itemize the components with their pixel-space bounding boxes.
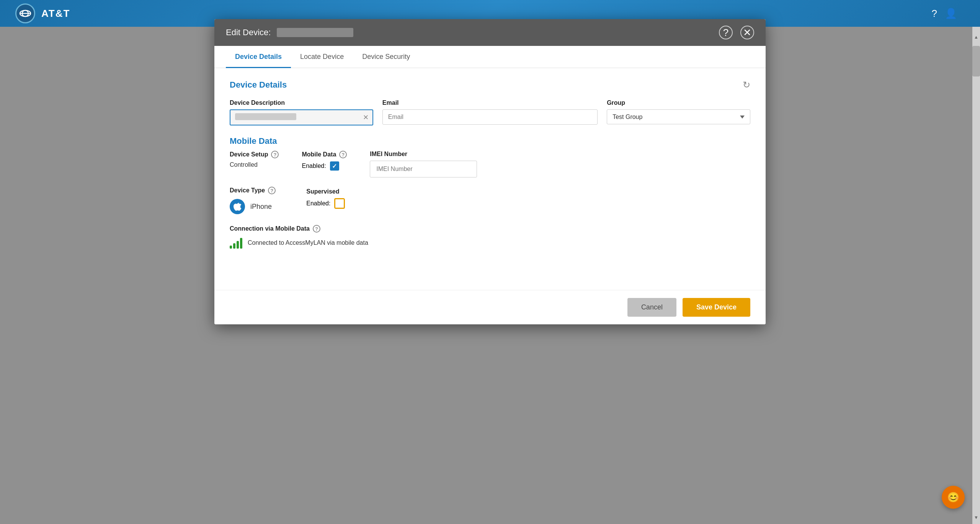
modal-title-device-name bbox=[277, 28, 353, 37]
mobile-data-help-icon[interactable]: ? bbox=[339, 151, 347, 158]
imei-group: IMEI Number bbox=[370, 151, 477, 177]
header-icons: ? 👤 bbox=[932, 8, 957, 20]
device-type-group: Device Type ? iPhone bbox=[230, 187, 276, 214]
save-device-button[interactable]: Save Device bbox=[683, 298, 750, 317]
device-type-section: Device Type ? iPhone Supervised En bbox=[230, 187, 750, 214]
device-details-title: Device Details bbox=[230, 80, 287, 90]
email-group: Email bbox=[382, 99, 598, 125]
supervised-checkbox[interactable] bbox=[334, 198, 345, 209]
supervised-enabled-label: Enabled: bbox=[306, 200, 330, 207]
edit-device-modal: Edit Device: ? ✕ Device Details Locate D… bbox=[214, 19, 766, 324]
mobile-data-fields: Device Setup ? Controlled Mobile Data ? … bbox=[230, 151, 750, 177]
connection-label: Connection via Mobile Data ? bbox=[230, 225, 750, 233]
modal-tabs: Device Details Locate Device Device Secu… bbox=[214, 46, 766, 68]
email-input[interactable] bbox=[382, 109, 598, 125]
device-description-wrapper: ✕ bbox=[230, 109, 373, 125]
device-setup-label: Device Setup ? bbox=[230, 151, 279, 158]
scrollbar-thumb[interactable] bbox=[972, 46, 980, 76]
cancel-button[interactable]: Cancel bbox=[627, 298, 676, 317]
mobile-data-enabled-label: Enabled: bbox=[302, 163, 326, 169]
mobile-data-enabled-row: Enabled: bbox=[302, 161, 347, 171]
modal-title: Edit Device: bbox=[226, 28, 353, 37]
att-logo: AT&T bbox=[15, 3, 70, 23]
chat-icon: 😊 bbox=[947, 491, 959, 503]
refresh-button[interactable]: ↻ bbox=[743, 80, 750, 90]
device-type-help-icon[interactable]: ? bbox=[268, 187, 276, 194]
device-description-label: Device Description bbox=[230, 99, 373, 106]
device-description-group: Device Description ✕ bbox=[230, 99, 373, 125]
connection-text: Connected to AccessMyLAN via mobile data bbox=[248, 239, 368, 246]
connection-section: Connection via Mobile Data ? Connected t… bbox=[230, 225, 750, 249]
device-setup-group: Device Setup ? Controlled bbox=[230, 151, 279, 168]
att-logo-text: AT&T bbox=[41, 8, 70, 20]
device-setup-value: Controlled bbox=[230, 161, 279, 168]
group-group: Group Test Group Group A Group B bbox=[607, 99, 750, 124]
modal-title-prefix: Edit Device: bbox=[226, 28, 271, 37]
scroll-up[interactable]: ▲ bbox=[973, 34, 979, 40]
header-user-icon[interactable]: 👤 bbox=[945, 8, 957, 20]
modal-close-button[interactable]: ✕ bbox=[740, 26, 754, 39]
scroll-down[interactable]: ▼ bbox=[973, 515, 979, 520]
imei-input[interactable] bbox=[370, 161, 477, 177]
tab-device-security[interactable]: Device Security bbox=[353, 46, 419, 68]
device-name-label: iPhone bbox=[250, 203, 272, 211]
mobile-data-checkbox[interactable] bbox=[330, 161, 339, 171]
device-icon-row: iPhone bbox=[230, 199, 276, 214]
header-help-icon[interactable]: ? bbox=[932, 8, 937, 20]
connection-help-icon[interactable]: ? bbox=[313, 225, 320, 233]
mobile-data-title: Mobile Data bbox=[230, 136, 277, 146]
mobile-data-section: Mobile Data Device Setup ? Controlled Mo… bbox=[230, 136, 750, 177]
modal-header-actions: ? ✕ bbox=[719, 26, 754, 39]
att-logo-circle bbox=[15, 3, 35, 23]
device-type-label: Device Type ? bbox=[230, 187, 276, 194]
modal-help-button[interactable]: ? bbox=[719, 26, 733, 39]
imei-label: IMEI Number bbox=[370, 151, 477, 158]
modal-footer: Cancel Save Device bbox=[214, 290, 766, 324]
device-details-header: Device Details ↻ bbox=[230, 80, 750, 90]
email-label: Email bbox=[382, 99, 598, 106]
scrollbar[interactable]: ▲ ▼ bbox=[972, 27, 980, 524]
mobile-data-enabled-group: Mobile Data ? Enabled: bbox=[302, 151, 347, 171]
chat-button[interactable]: 😊 bbox=[942, 486, 965, 509]
apple-device-icon bbox=[230, 199, 245, 214]
device-description-clear-icon[interactable]: ✕ bbox=[363, 113, 369, 122]
signal-icon bbox=[230, 237, 242, 249]
supervised-group: Supervised Enabled: bbox=[306, 188, 345, 209]
device-description-input[interactable] bbox=[230, 109, 373, 125]
supervised-label: Supervised bbox=[306, 188, 345, 195]
modal-body: Device Details ↻ Device Description ✕ Em… bbox=[214, 68, 766, 290]
tab-device-details[interactable]: Device Details bbox=[226, 46, 291, 68]
supervised-enabled-row: Enabled: bbox=[306, 198, 345, 209]
mobile-data-label: Mobile Data ? bbox=[302, 151, 347, 158]
device-description-row: Device Description ✕ Email Group Test Gr… bbox=[230, 99, 750, 125]
group-select[interactable]: Test Group Group A Group B bbox=[607, 109, 750, 124]
device-setup-help-icon[interactable]: ? bbox=[271, 151, 279, 158]
connection-row: Connected to AccessMyLAN via mobile data bbox=[230, 237, 750, 249]
group-label: Group bbox=[607, 99, 750, 106]
modal-header: Edit Device: ? ✕ bbox=[214, 19, 766, 46]
tab-locate-device[interactable]: Locate Device bbox=[291, 46, 353, 68]
